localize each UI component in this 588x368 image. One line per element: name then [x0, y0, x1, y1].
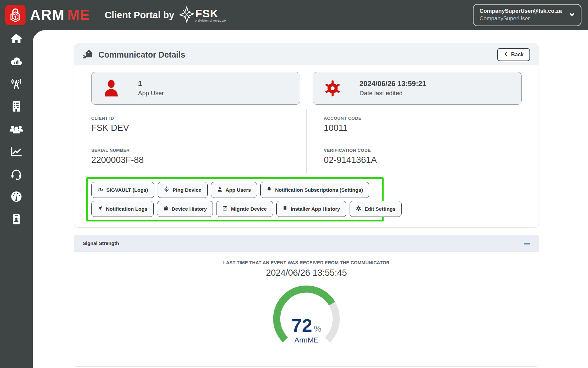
sidebar-item-cloud-stats[interactable]: [9, 55, 24, 68]
calendar-icon: [163, 206, 168, 212]
sidebar-item-chart-line[interactable]: [9, 146, 24, 159]
stat-label: Date last edited: [359, 89, 426, 97]
device-history-button[interactable]: Device History: [157, 201, 213, 217]
signal-strength-body: LAST TIME THAT AN EVENT WAS RECEIVED FRO…: [74, 252, 539, 366]
gear-icon: [356, 205, 361, 212]
gauge-unit-text: %: [314, 324, 321, 334]
main-content: Communicator Details Back: [33, 30, 588, 368]
ping-device-button[interactable]: Ping Device: [158, 182, 208, 198]
house-signal-icon: [83, 49, 94, 60]
gear-icon: [324, 79, 341, 97]
actions-row-2: Notification Logs Device History Migrate…: [91, 201, 379, 217]
field-account-code: ACCOUNT CODE 10011: [306, 109, 539, 141]
gauge-value-text: 72: [291, 315, 312, 336]
sidebar-item-gauge[interactable]: [9, 191, 24, 204]
chart-line-icon: [9, 145, 23, 160]
stats-row: 1 App User 2024/06/26 13:59:21: [91, 72, 522, 105]
headset-icon: [9, 167, 23, 182]
sidebar-item-users[interactable]: [9, 123, 24, 136]
collapse-minus-icon[interactable]: [524, 243, 530, 244]
brand-me: ME: [67, 7, 90, 23]
fsk-division-text: A division of AMECOR: [195, 19, 227, 22]
fsk-text: FSK: [195, 8, 218, 19]
field-client-id: CLIENT ID FSK DEV: [74, 109, 306, 141]
notification-logs-button[interactable]: Notification Logs: [91, 201, 154, 217]
sigvault-logs-button[interactable]: SIGVAULT (Logs): [91, 182, 154, 198]
installer-app-history-button[interactable]: Installer App History: [276, 201, 346, 217]
fsk-logo: FSK A division of AMECOR: [178, 6, 227, 24]
last-event-time: 2024/06/26 13:55:45: [81, 268, 532, 278]
stat-value: 2024/06/26 13:59:21: [359, 79, 426, 89]
signal-strength-section: Signal Strength LAST TIME THAT AN EVENT …: [74, 235, 539, 367]
portal-title: Client Portal by: [105, 10, 174, 21]
sidebar-item-building[interactable]: [9, 100, 24, 114]
pen-square-icon: [222, 206, 228, 212]
sidebar-item-support[interactable]: [9, 168, 24, 181]
paper-plane-icon: [97, 206, 103, 212]
actions-zone: SIGVAULT (Logs) Ping Device App Users: [74, 173, 539, 227]
page-title: Communicator Details: [98, 50, 185, 60]
top-header: ARMME Client Portal by FSK A division of…: [0, 0, 588, 30]
fsk-star-icon: [178, 6, 195, 24]
date-edited-stat-card: 2024/06/26 13:59:21 Date last edited: [313, 72, 522, 105]
notification-subscriptions-button[interactable]: Notification Subscriptions (Settings): [260, 182, 369, 198]
wave-square-icon: [97, 186, 103, 193]
app-users-button[interactable]: App Users: [211, 182, 257, 198]
signal-strength-header[interactable]: Signal Strength: [74, 235, 539, 252]
gauge-icon: [9, 190, 23, 205]
tablet-icon: [283, 205, 287, 212]
cloud-stats-icon: [9, 54, 23, 69]
highlight-box: SIGVAULT (Logs) Ping Device App Users: [86, 177, 384, 221]
gauge-label-text: ArmME: [268, 336, 344, 344]
user-email: CompanySuperUser@fsk.co.za: [479, 8, 562, 15]
users-icon: [9, 122, 24, 137]
sidebar-nav: [0, 30, 33, 368]
sidebar-item-home[interactable]: [9, 33, 24, 46]
brand-arm: ARM: [30, 7, 65, 23]
signal-gauge: 72% ArmME: [268, 283, 344, 353]
sidebar-item-antenna[interactable]: [9, 78, 24, 91]
chevron-down-icon: [562, 11, 576, 19]
communicator-card-header: Communicator Details Back: [74, 44, 539, 65]
lock-shield-icon: [8, 7, 23, 24]
user-menu-dropdown[interactable]: CompanySuperUser@fsk.co.za CompanySuperU…: [473, 4, 581, 26]
actions-row-1: SIGVAULT (Logs) Ping Device App Users: [91, 182, 379, 198]
building-icon: [10, 100, 23, 114]
communicator-details-card: Communicator Details Back: [74, 44, 539, 228]
migrate-device-button[interactable]: Migrate Device: [216, 201, 273, 217]
field-serial-number: SERIAL NUMBER 2200003F-88: [74, 141, 306, 173]
section-title: Signal Strength: [83, 240, 119, 246]
field-verification-code: VERIFICATION CODE 02-9141361A: [306, 141, 539, 173]
crosshairs-icon: [164, 186, 169, 193]
sidebar-item-contacts[interactable]: [9, 213, 24, 226]
back-button[interactable]: Back: [497, 48, 530, 61]
user-icon: [217, 187, 222, 193]
bell-icon: [267, 186, 272, 193]
app-user-stat-card: 1 App User: [91, 72, 300, 105]
armme-logo: [5, 5, 26, 25]
id-card-icon: [10, 213, 23, 227]
chevron-left-icon: [504, 51, 508, 58]
last-event-label: LAST TIME THAT AN EVENT WAS RECEIVED FRO…: [81, 260, 532, 265]
stat-label: App User: [138, 89, 164, 97]
edit-settings-button[interactable]: Edit Settings: [350, 201, 402, 217]
user-name: CompanySuperUser: [479, 15, 562, 23]
details-grid: CLIENT ID FSK DEV ACCOUNT CODE 10011 SER…: [74, 109, 539, 173]
brand-text: ARMME: [30, 7, 90, 23]
antenna-icon: [9, 77, 23, 92]
user-icon: [103, 79, 120, 97]
home-icon: [10, 32, 23, 46]
stat-value: 1: [138, 79, 164, 89]
